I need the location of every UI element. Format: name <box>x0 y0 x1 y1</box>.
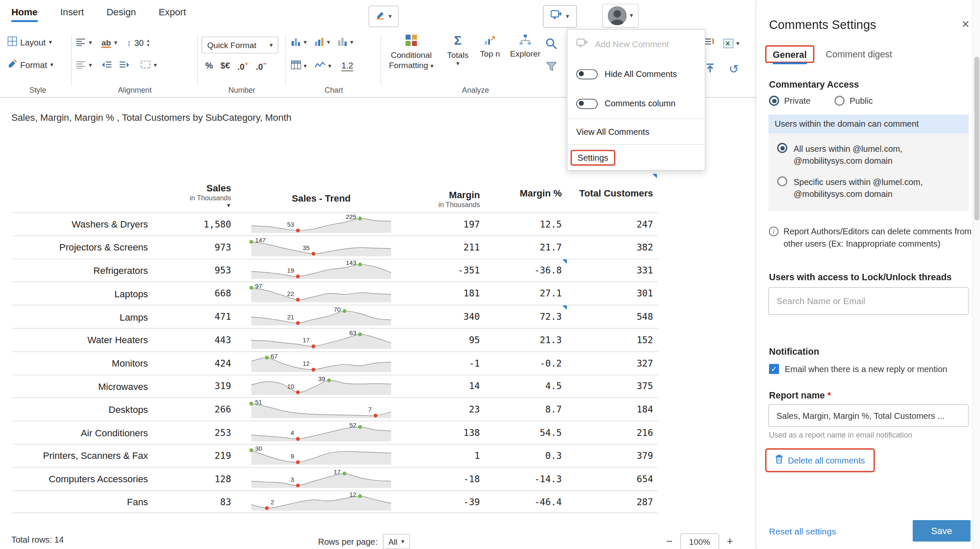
sparkline[interactable]: 22553 <box>248 213 394 235</box>
email-notification-checkbox-row[interactable]: ✓ Email when there is a new reply or men… <box>769 364 947 374</box>
header-margin[interactable]: Margin in Thousands <box>406 169 485 212</box>
sparkline[interactable]: 3910 <box>248 375 394 397</box>
zoom-out-button[interactable]: − <box>667 535 673 548</box>
font-size-value[interactable]: 30 <box>134 38 144 48</box>
comments-column-toggle[interactable] <box>576 99 598 109</box>
customers-cell[interactable]: 301 <box>567 282 658 305</box>
margin-cell[interactable]: -351 <box>406 259 485 282</box>
sparkline[interactable]: 7021 <box>248 306 394 327</box>
margin-pct-cell[interactable]: 4.5 <box>485 375 567 398</box>
row-height-icon[interactable]: ↕ <box>127 38 131 48</box>
sparkline[interactable]: 6712 <box>248 353 394 374</box>
sales-cell[interactable]: 973 <box>154 236 236 259</box>
header-sales[interactable]: Sales in Thousands ▼ <box>154 169 236 212</box>
sparkline[interactable]: 524 <box>248 422 394 443</box>
table-row[interactable]: Printers, Scanners & Fax21930910.3379 <box>13 444 658 467</box>
tab-export[interactable]: Export <box>159 6 186 22</box>
trend-cell[interactable]: 7021 <box>236 305 406 328</box>
customers-cell[interactable]: 152 <box>567 329 658 351</box>
menu-item-settings[interactable]: Settings <box>567 145 705 170</box>
sparkline[interactable]: 173 <box>248 468 394 489</box>
sales-cell[interactable]: 471 <box>154 305 236 328</box>
spin-down-icon[interactable]: ▾ <box>147 43 149 47</box>
tab-design[interactable]: Design <box>107 6 136 22</box>
margin-pct-cell[interactable]: 12.5 <box>485 213 567 235</box>
customers-cell[interactable]: 382 <box>567 236 658 259</box>
sales-cell[interactable]: 1,580 <box>154 213 236 235</box>
sparkline[interactable]: 122 <box>248 491 394 512</box>
table-row[interactable]: Air Conditioners25352413854.5216 <box>13 421 658 444</box>
table-row[interactable]: Washers & Dryers1,5802255319712.5247 <box>13 212 658 235</box>
row-label[interactable]: Washers & Dryers <box>13 213 154 235</box>
zoom-level[interactable]: 100% <box>680 533 719 549</box>
trend-cell[interactable]: 14319 <box>236 259 406 282</box>
table-row[interactable]: Water Heaters44363179521.3152 <box>13 328 658 351</box>
margin-pct-cell[interactable]: 27.1 <box>485 282 567 305</box>
row-label[interactable]: Projectors & Screens <box>13 236 154 259</box>
delete-all-comments-link[interactable]: Delete all comments <box>788 455 865 465</box>
menu-item-view-all-comments[interactable]: View All Comments <box>567 119 705 144</box>
trend-cell[interactable]: 6317 <box>236 329 406 351</box>
tab-general[interactable]: General <box>773 50 807 64</box>
trend-cell[interactable]: 524 <box>236 421 406 444</box>
row-label[interactable]: Water Heaters <box>13 329 154 351</box>
row-label[interactable]: Microwaves <box>13 375 154 398</box>
rows-per-page-dropdown[interactable]: All ▾ <box>383 534 410 549</box>
margin-cell[interactable]: 1 <box>406 444 485 467</box>
margin-pct-cell[interactable]: -14.3 <box>485 468 567 490</box>
font-size-stepper[interactable]: ▴▾ <box>147 38 149 47</box>
margin-pct-cell[interactable]: 0.3 <box>485 444 567 467</box>
sales-cell[interactable]: 443 <box>154 329 236 351</box>
margin-pct-cell[interactable]: -36.8 <box>485 259 567 282</box>
refresh-icon[interactable]: ↺ <box>729 64 739 74</box>
panel-scrollbar[interactable] <box>972 0 980 549</box>
margin-pct-cell[interactable]: 8.7 <box>485 398 567 421</box>
checkbox-checked-icon[interactable]: ✓ <box>769 364 779 374</box>
merge-cells-button[interactable] <box>140 60 151 71</box>
sparkline[interactable]: 14319 <box>248 260 394 281</box>
layout-button[interactable]: Layout ▾ <box>8 37 52 48</box>
margin-cell[interactable]: 211 <box>406 236 485 259</box>
margin-pct-cell[interactable]: 54.5 <box>485 421 567 444</box>
table-row[interactable]: Projectors & Screens9731473521121.7382 <box>13 235 658 258</box>
header-total-customers[interactable]: Total Customers <box>567 169 658 212</box>
table-row[interactable]: Monitors4246712-1-0.2327 <box>13 351 658 374</box>
upload-icon[interactable] <box>705 63 715 75</box>
menu-item-comments-column[interactable]: Comments column <box>567 89 705 119</box>
sparkline-button[interactable] <box>314 61 326 71</box>
customers-cell[interactable]: 247 <box>567 213 658 235</box>
bar-chart-button[interactable] <box>291 37 301 48</box>
customers-cell[interactable]: 327 <box>567 352 658 374</box>
comment-marker[interactable] <box>652 174 657 178</box>
margin-cell[interactable]: 14 <box>406 375 485 398</box>
tab-insert[interactable]: Insert <box>60 6 84 22</box>
align-lines-button[interactable] <box>76 38 86 48</box>
top-n-button[interactable]: Top n <box>476 34 504 59</box>
trend-cell[interactable]: 3910 <box>236 375 406 398</box>
scrollbar-thumb[interactable] <box>974 57 980 220</box>
table-row[interactable]: Desktops266517238.7184 <box>13 398 658 421</box>
margin-cell[interactable]: 138 <box>406 421 485 444</box>
row-label[interactable]: Air Conditioners <box>13 421 154 444</box>
row-label[interactable]: Lamps <box>13 305 154 328</box>
lock-unlock-search-input[interactable] <box>768 287 969 315</box>
search-button[interactable] <box>545 38 557 52</box>
close-icon[interactable]: × <box>962 16 969 31</box>
percent-format-button[interactable]: % <box>205 61 213 71</box>
decimal-display-button[interactable]: 1.2 <box>342 61 353 71</box>
table-view-button[interactable] <box>291 60 301 71</box>
variance-chart-button[interactable] <box>338 37 348 48</box>
radio-private[interactable]: Private <box>769 96 811 106</box>
decrease-decimal-button[interactable]: .0− <box>256 60 266 71</box>
quick-format-dropdown[interactable]: Quick Format ▾ <box>202 37 279 54</box>
text-style-button[interactable]: ab <box>101 38 111 48</box>
row-label[interactable]: Desktops <box>13 398 154 421</box>
tab-home[interactable]: Home <box>11 6 38 22</box>
comment-marker[interactable] <box>562 305 567 310</box>
trend-cell[interactable]: 22553 <box>236 213 406 235</box>
valign-lines-button[interactable] <box>76 61 86 70</box>
trend-cell[interactable]: 9722 <box>236 282 406 305</box>
menu-item-add-new-comment[interactable]: Add New Comment <box>567 30 705 60</box>
indent-decrease-button[interactable] <box>101 61 112 70</box>
margin-cell[interactable]: 95 <box>406 329 485 351</box>
